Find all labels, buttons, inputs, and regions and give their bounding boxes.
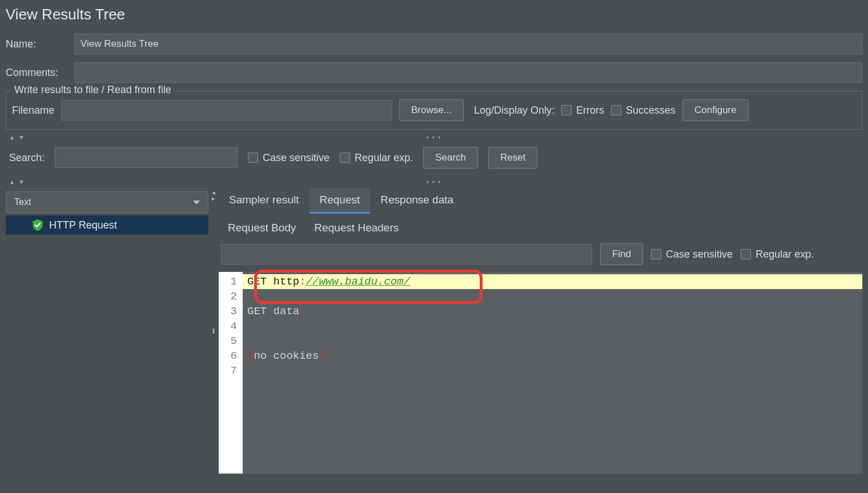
search-case-checkbox[interactable] (248, 153, 258, 163)
splitter-arrows-icon: ◄► (211, 190, 216, 202)
tab-request[interactable]: Request (310, 188, 371, 214)
search-regex-checkbox[interactable] (340, 153, 350, 163)
tab-sampler-result[interactable]: Sampler result (219, 188, 310, 214)
subtab-request-body[interactable]: Request Body (219, 217, 305, 239)
search-case-label: Case sensitive (263, 152, 329, 164)
successes-label: Successes (626, 105, 676, 117)
chevron-down-icon (193, 201, 200, 205)
errors-label: Errors (576, 105, 604, 117)
splitter-arrows-icon: ▲ ▼ (6, 134, 26, 141)
successes-checkbox[interactable] (611, 105, 621, 115)
comments-label: Comments: (6, 67, 69, 79)
tree-item-label: HTTP Request (49, 219, 117, 231)
vertical-splitter[interactable]: ◄► ••• (208, 188, 219, 474)
browse-button[interactable]: Browse... (399, 99, 464, 121)
splitter-grip-icon: • • • (427, 179, 441, 185)
search-input[interactable] (55, 147, 238, 168)
splitter-arrows-icon: ▲ ▼ (6, 179, 26, 185)
name-label: Name: (6, 38, 69, 50)
code-viewer[interactable]: 1 2 3 4 5 6 7 GET http://www.baidu.com/ … (219, 272, 862, 474)
errors-checkbox[interactable] (561, 105, 572, 115)
find-case-label: Case sensitive (666, 248, 733, 260)
filename-label: Filename (12, 105, 54, 117)
horizontal-splitter-2[interactable]: ▲ ▼ • • • (6, 178, 862, 186)
comments-input[interactable] (74, 62, 862, 83)
find-input[interactable] (221, 244, 592, 264)
configure-button[interactable]: Configure (682, 99, 749, 121)
subtab-request-headers[interactable]: Request Headers (305, 217, 408, 239)
page-title: View Results Tree (6, 6, 862, 23)
search-label: Search: (9, 152, 45, 164)
tree-item-http-request[interactable]: HTTP Request (6, 215, 208, 235)
search-regex-label: Regular exp. (355, 152, 413, 164)
search-button[interactable]: Search (423, 147, 478, 169)
file-section-legend: Write results to file / Read from file (11, 84, 175, 96)
find-button[interactable]: Find (600, 243, 643, 265)
name-input[interactable] (74, 34, 862, 54)
filename-input[interactable] (61, 100, 392, 121)
renderer-dropdown[interactable]: Text (6, 191, 208, 213)
code-content[interactable]: GET http://www.baidu.com/ GET data: [no … (243, 272, 862, 474)
line-gutter: 1 2 3 4 5 6 7 (219, 272, 243, 474)
find-case-checkbox[interactable] (651, 249, 661, 259)
find-regex-label: Regular exp. (756, 248, 814, 260)
log-display-label: Log/Display Only: (474, 105, 554, 117)
shield-success-icon (32, 219, 43, 231)
find-regex-checkbox[interactable] (741, 249, 751, 259)
horizontal-splitter-1[interactable]: ▲ ▼ • • • (6, 133, 862, 141)
splitter-grip-icon: • • • (427, 134, 441, 141)
reset-button[interactable]: Reset (488, 147, 537, 169)
tab-response-data[interactable]: Response data (370, 188, 464, 214)
splitter-grip-icon: ••• (212, 328, 215, 334)
dropdown-value: Text (14, 197, 31, 207)
